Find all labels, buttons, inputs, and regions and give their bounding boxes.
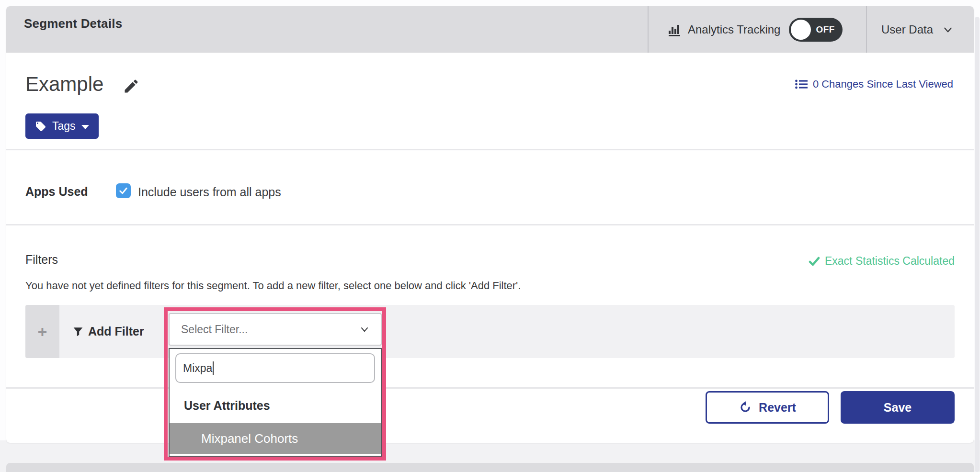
tags-button[interactable]: Tags (25, 113, 99, 139)
header-divider (648, 6, 649, 53)
add-filter-row (25, 305, 955, 358)
scrollbar[interactable] (974, 0, 980, 472)
tags-button-label: Tags (52, 120, 76, 133)
revert-button-label: Revert (759, 401, 796, 415)
include-all-apps-checkbox[interactable] (116, 183, 131, 198)
changes-since-last-viewed-link[interactable]: 0 Changes Since Last Viewed (795, 78, 953, 90)
bar-chart-icon (668, 22, 682, 37)
section-divider (6, 387, 974, 389)
dropdown-group-header: User Attributes (184, 399, 270, 413)
apps-used-label: Apps Used (25, 185, 88, 199)
filters-empty-text: You have not yet defined filters for thi… (25, 280, 521, 292)
chevron-down-icon (942, 23, 954, 36)
add-filter-label: Add Filter (73, 305, 144, 358)
include-all-apps-label: Include users from all apps (138, 185, 281, 199)
change-list-icon (795, 78, 808, 90)
segment-details-page: Segment Details Analytics Tracking OFF U… (0, 0, 980, 472)
text-cursor (213, 361, 214, 375)
chevron-down-icon (359, 324, 370, 335)
save-button[interactable]: Save (841, 391, 955, 424)
select-filter-value: Select Filter... (181, 323, 359, 336)
checkmark-icon (118, 185, 129, 196)
analytics-tracking-toggle[interactable]: OFF (789, 18, 843, 42)
dropdown-option-label: Mixpanel Cohorts (201, 431, 298, 446)
user-data-label: User Data (881, 23, 933, 36)
select-filter-dropdown[interactable]: Select Filter... (169, 313, 382, 346)
page-title: Segment Details (24, 16, 122, 31)
scrollbar-thumb[interactable] (975, 17, 980, 472)
add-filter-plus-button[interactable]: + (25, 305, 59, 358)
analytics-tracking-label: Analytics Tracking (688, 23, 780, 36)
edit-pencil-icon[interactable] (123, 78, 140, 95)
user-data-dropdown[interactable]: User Data (881, 6, 954, 53)
filters-title: Filters (25, 253, 58, 267)
section-divider (6, 224, 974, 225)
funnel-icon (73, 326, 83, 337)
segment-name: Example (25, 73, 103, 96)
undo-icon (739, 401, 752, 414)
filter-dropdown-panel: Mixpa User Attributes Mixpanel Cohorts (169, 348, 382, 457)
save-button-label: Save (884, 401, 912, 415)
filter-search-input[interactable]: Mixpa (175, 353, 375, 383)
changes-link-label: 0 Changes Since Last Viewed (813, 78, 953, 90)
next-section-header (6, 463, 974, 472)
dropdown-option-mixpanel-cohorts[interactable]: Mixpanel Cohorts (170, 423, 381, 454)
revert-button[interactable]: Revert (706, 391, 829, 424)
tag-icon (35, 121, 46, 132)
section-divider (6, 149, 974, 150)
filter-search-value: Mixpa (183, 362, 212, 375)
toggle-knob (791, 20, 811, 40)
exact-statistics-badge: Exact Statistics Calculated (809, 255, 955, 268)
analytics-tracking-group: Analytics Tracking OFF (668, 6, 843, 53)
header-divider (866, 6, 867, 53)
exact-statistics-label: Exact Statistics Calculated (825, 255, 955, 268)
caret-down-icon (81, 125, 89, 129)
plus-icon: + (38, 324, 47, 340)
check-icon (809, 256, 820, 267)
toggle-state-label: OFF (816, 18, 835, 42)
add-filter-label-text: Add Filter (88, 325, 144, 338)
